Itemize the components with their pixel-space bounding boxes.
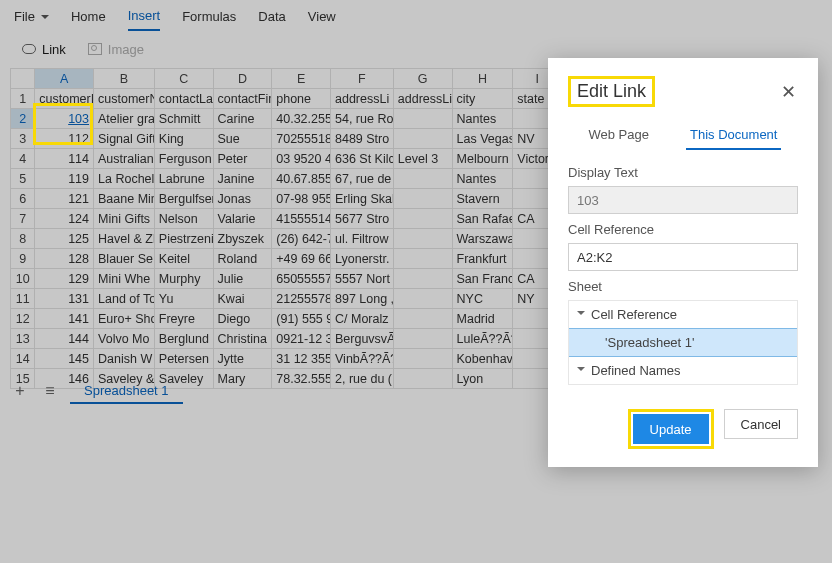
cell[interactable]: Ferguson xyxy=(154,149,213,169)
ribbon-file[interactable]: File xyxy=(14,9,49,30)
row-head-10[interactable]: 10 xyxy=(11,269,35,289)
cell[interactable]: Danish W xyxy=(94,349,155,369)
cell[interactable]: Nelson xyxy=(154,209,213,229)
cell[interactable]: Nantes xyxy=(452,109,513,129)
cell[interactable] xyxy=(393,329,452,349)
cell[interactable]: (91) 555 9 xyxy=(272,309,331,329)
row-head-4[interactable]: 4 xyxy=(11,149,35,169)
cell[interactable]: San Franci xyxy=(452,269,513,289)
cell[interactable]: Peter xyxy=(213,149,272,169)
cancel-button[interactable]: Cancel xyxy=(724,409,798,439)
cell[interactable]: 54, rue Ro xyxy=(331,109,394,129)
cell[interactable]: 119 xyxy=(35,169,94,189)
cell[interactable]: Murphy xyxy=(154,269,213,289)
cell[interactable] xyxy=(393,189,452,209)
cell-reference-input[interactable] xyxy=(568,243,798,271)
insert-link-button[interactable]: Link xyxy=(22,42,66,57)
cell[interactable]: 40.67.855 xyxy=(272,169,331,189)
cell[interactable]: Signal Gift xyxy=(94,129,155,149)
tab-this-document[interactable]: This Document xyxy=(686,121,781,150)
row-head-2[interactable]: 2 xyxy=(11,109,35,129)
cell[interactable]: Valarie xyxy=(213,209,272,229)
cell[interactable]: 141 xyxy=(35,309,94,329)
header-cell[interactable]: contactLa xyxy=(154,89,213,109)
cell[interactable] xyxy=(393,349,452,369)
cell[interactable]: Erling Skal xyxy=(331,189,394,209)
cell[interactable]: 112 xyxy=(35,129,94,149)
cell[interactable]: Jonas xyxy=(213,189,272,209)
cell[interactable]: Carine xyxy=(213,109,272,129)
cell[interactable]: Madrid xyxy=(452,309,513,329)
row-head-9[interactable]: 9 xyxy=(11,249,35,269)
cell[interactable]: Schmitt xyxy=(154,109,213,129)
tab-web-page[interactable]: Web Page xyxy=(585,121,653,150)
cell[interactable]: Freyre xyxy=(154,309,213,329)
cell[interactable] xyxy=(393,269,452,289)
cell[interactable]: 121 xyxy=(35,189,94,209)
cell[interactable]: Jytte xyxy=(213,349,272,369)
cell[interactable]: Lyonerstr. xyxy=(331,249,394,269)
cell[interactable]: 07-98 955 xyxy=(272,189,331,209)
cell[interactable]: Sue xyxy=(213,129,272,149)
cell[interactable]: 2, rue du ( xyxy=(331,369,394,389)
cell[interactable]: 70255518 xyxy=(272,129,331,149)
cell[interactable]: 897 Long , xyxy=(331,289,394,309)
cell[interactable]: Mary xyxy=(213,369,272,389)
cell[interactable]: ul. Filtrow xyxy=(331,229,394,249)
row-head-5[interactable]: 5 xyxy=(11,169,35,189)
cell[interactable]: 144 xyxy=(35,329,94,349)
cell[interactable]: Berglund xyxy=(154,329,213,349)
cell[interactable]: Kobenhav xyxy=(452,349,513,369)
cell[interactable]: VinbÃ??Ã? xyxy=(331,349,394,369)
col-head-F[interactable]: F xyxy=(331,69,394,89)
cell[interactable]: Christina xyxy=(213,329,272,349)
header-cell[interactable]: city xyxy=(452,89,513,109)
cell[interactable]: Volvo Mo xyxy=(94,329,155,349)
cell[interactable]: 31 12 355 xyxy=(272,349,331,369)
cell[interactable]: Julie xyxy=(213,269,272,289)
col-head-G[interactable]: G xyxy=(393,69,452,89)
sheet-menu-button[interactable]: ≡ xyxy=(40,382,60,400)
row-head-7[interactable]: 7 xyxy=(11,209,35,229)
cell[interactable]: 125 xyxy=(35,229,94,249)
cell[interactable]: Bergulfser xyxy=(154,189,213,209)
update-button[interactable]: Update xyxy=(633,414,709,444)
close-icon[interactable]: ✕ xyxy=(778,81,798,103)
cell[interactable]: 129 xyxy=(35,269,94,289)
cell[interactable]: Blauer Se xyxy=(94,249,155,269)
col-head-D[interactable]: D xyxy=(213,69,272,89)
cell[interactable]: Melbourn xyxy=(452,149,513,169)
cell[interactable]: Stavern xyxy=(452,189,513,209)
cell[interactable]: 40.32.255 xyxy=(272,109,331,129)
add-sheet-button[interactable]: + xyxy=(10,382,30,400)
cell[interactable]: Roland xyxy=(213,249,272,269)
row-head-13[interactable]: 13 xyxy=(11,329,35,349)
header-cell[interactable]: phone xyxy=(272,89,331,109)
col-head-A[interactable]: A xyxy=(35,69,94,89)
cell[interactable] xyxy=(393,289,452,309)
cell[interactable]: Australian xyxy=(94,149,155,169)
cell[interactable]: Labrune xyxy=(154,169,213,189)
cell[interactable]: Diego xyxy=(213,309,272,329)
tree-defined-names[interactable]: Defined Names xyxy=(569,357,797,384)
header-cell[interactable]: customerI xyxy=(35,89,94,109)
cell[interactable]: 21255578 xyxy=(272,289,331,309)
tree-sheet-item[interactable]: 'Spreadsheet 1' xyxy=(569,328,797,357)
ribbon-home[interactable]: Home xyxy=(71,9,106,30)
cell[interactable]: Warszawa xyxy=(452,229,513,249)
cell[interactable]: Mini Gifts xyxy=(94,209,155,229)
cell[interactable]: Euro+ Sho xyxy=(94,309,155,329)
cell[interactable]: Petersen xyxy=(154,349,213,369)
cell[interactable]: Land of To xyxy=(94,289,155,309)
cell[interactable]: Mini Whe xyxy=(94,269,155,289)
col-head-C[interactable]: C xyxy=(154,69,213,89)
header-cell[interactable]: addressLi xyxy=(331,89,394,109)
cell[interactable]: 124 xyxy=(35,209,94,229)
cell[interactable] xyxy=(393,309,452,329)
cell[interactable] xyxy=(393,209,452,229)
row-head-14[interactable]: 14 xyxy=(11,349,35,369)
cell[interactable]: Frankfurt xyxy=(452,249,513,269)
col-head-B[interactable]: B xyxy=(94,69,155,89)
cell[interactable]: Janine xyxy=(213,169,272,189)
cell[interactable]: Yu xyxy=(154,289,213,309)
